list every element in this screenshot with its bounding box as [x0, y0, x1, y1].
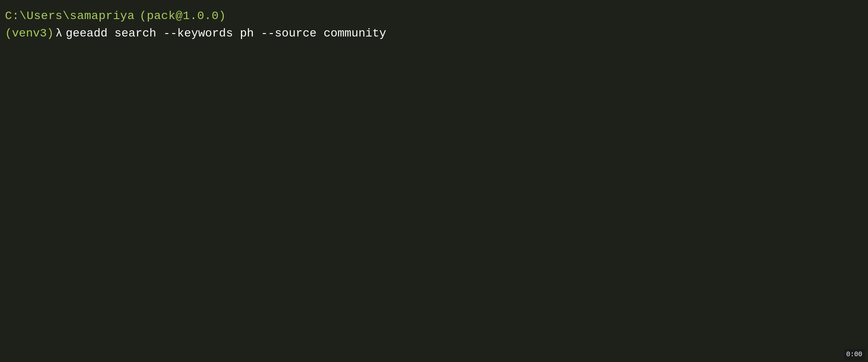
- venv-indicator: (venv3): [5, 25, 54, 42]
- terminal-window: C:\Users\samapriya (pack@1.0.0) (venv3) …: [0, 0, 868, 362]
- terminal-line-2: (venv3) λ geeadd search --keywords ph --…: [5, 25, 863, 42]
- pack-version: (pack@1.0.0): [140, 7, 226, 25]
- taskbar-time: 0:00: [844, 349, 865, 360]
- lambda-prompt: λ: [56, 25, 63, 42]
- terminal-line-1: C:\Users\samapriya (pack@1.0.0): [5, 7, 863, 25]
- directory-path: C:\Users\samapriya: [5, 7, 135, 25]
- command-line[interactable]: geeadd search --keywords ph --source com…: [66, 25, 386, 42]
